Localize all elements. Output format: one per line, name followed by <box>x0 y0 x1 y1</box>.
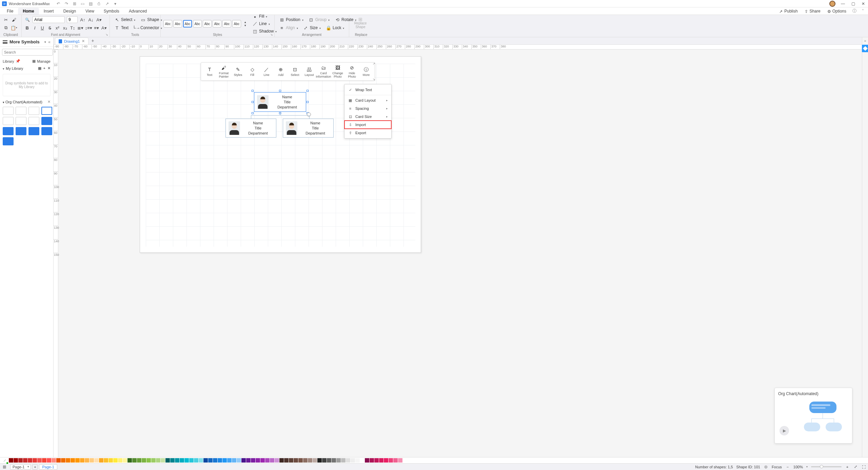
color-swatch[interactable] <box>127 458 132 463</box>
user-avatar[interactable] <box>829 1 835 7</box>
pages-list-icon[interactable]: ▥ <box>2 465 7 469</box>
pin-icon[interactable]: 📌 <box>16 59 20 63</box>
color-swatch[interactable] <box>393 458 398 463</box>
style-swatch[interactable]: Abc <box>222 20 231 27</box>
color-swatch[interactable] <box>256 458 260 463</box>
color-swatch[interactable] <box>104 458 108 463</box>
color-swatch[interactable] <box>270 458 274 463</box>
symbols-menu-icon[interactable] <box>3 40 7 44</box>
menu-insert[interactable]: Insert <box>39 8 59 15</box>
add-tab-button[interactable]: + <box>88 37 97 44</box>
color-swatch[interactable] <box>332 458 336 463</box>
bullets-icon[interactable]: ≣▾ <box>77 25 83 31</box>
zoom-slider[interactable] <box>811 466 842 467</box>
my-library-add-icon[interactable]: + <box>43 66 45 70</box>
color-swatch[interactable] <box>346 458 350 463</box>
undo-icon[interactable]: ↶ <box>56 1 61 6</box>
color-swatch[interactable] <box>189 458 194 463</box>
color-swatch[interactable] <box>294 458 298 463</box>
search-input[interactable] <box>2 49 53 56</box>
color-swatch[interactable] <box>161 458 165 463</box>
color-swatch[interactable] <box>118 458 122 463</box>
color-swatch[interactable] <box>9 458 13 463</box>
color-swatch[interactable] <box>341 458 346 463</box>
color-swatch[interactable] <box>33 458 37 463</box>
ctx-add-button[interactable]: ⊕Add <box>274 64 287 79</box>
align-text-icon[interactable]: ≡▾ <box>94 25 99 31</box>
ctx-fill-button[interactable]: ◇Fill <box>246 64 259 79</box>
color-swatch[interactable] <box>213 458 217 463</box>
share-button[interactable]: ⇪Share <box>802 8 823 14</box>
color-swatch[interactable] <box>61 458 65 463</box>
new-icon[interactable]: ⊞ <box>72 1 77 6</box>
color-swatch[interactable] <box>194 458 198 463</box>
color-swatch[interactable] <box>146 458 151 463</box>
symbol-thumb[interactable] <box>16 127 26 135</box>
color-swatch[interactable] <box>137 458 141 463</box>
ctx-hide-photo-button[interactable]: ⊘Hide Photo <box>346 64 358 79</box>
fullscreen-icon[interactable]: ⛶ <box>861 465 866 469</box>
close-window-icon[interactable]: ✕ <box>861 1 866 6</box>
color-swatch[interactable] <box>184 458 189 463</box>
color-swatch[interactable] <box>52 458 56 463</box>
color-swatch[interactable] <box>37 458 42 463</box>
line-button[interactable]: ／Line <box>251 20 278 27</box>
eyedropper-icon[interactable]: ⟋ <box>2 458 7 463</box>
color-swatch[interactable] <box>308 458 312 463</box>
export-menu-icon[interactable]: ↗ <box>105 1 110 6</box>
symbol-thumb[interactable] <box>16 117 26 125</box>
redo-icon[interactable]: ↷ <box>64 1 69 6</box>
color-swatch[interactable] <box>94 458 99 463</box>
color-swatch[interactable] <box>327 458 331 463</box>
ctx-toolbar-close-icon[interactable]: ↗ <box>373 62 375 65</box>
menu-export[interactable]: ⇧Export <box>344 129 391 137</box>
lock-button[interactable]: 🔒Lock <box>324 24 346 32</box>
text-tool-button[interactable]: TText <box>113 24 130 32</box>
color-swatch[interactable] <box>355 458 360 463</box>
position-button[interactable]: ⊞Position <box>277 16 305 23</box>
options-button[interactable]: ⚙Options <box>825 8 849 14</box>
color-swatch[interactable] <box>151 458 156 463</box>
color-swatch[interactable] <box>203 458 208 463</box>
color-swatch[interactable] <box>317 458 322 463</box>
font-name-input[interactable] <box>33 16 65 23</box>
menu-home[interactable]: Home <box>18 8 39 15</box>
ctx-more-button[interactable]: ⓘMore <box>360 64 373 79</box>
color-swatch[interactable] <box>165 458 170 463</box>
color-swatch[interactable] <box>85 458 89 463</box>
save-icon[interactable]: ▤ <box>88 1 93 6</box>
superscript-icon[interactable]: x² <box>55 25 60 31</box>
ctx-styles-button[interactable]: ✎Styles <box>232 64 244 79</box>
color-swatch[interactable] <box>237 458 241 463</box>
ctx-change-photo-button[interactable]: 🖼Change Photo <box>331 64 344 79</box>
color-swatch[interactable] <box>260 458 265 463</box>
italic-icon[interactable]: I <box>32 25 37 31</box>
fill-button[interactable]: ⬥Fill <box>251 13 278 20</box>
maximize-icon[interactable]: ▢ <box>850 1 856 6</box>
color-swatch[interactable] <box>66 458 70 463</box>
symbol-thumb[interactable] <box>28 117 39 125</box>
preview-play-button[interactable]: ▶ <box>780 426 789 435</box>
symbol-thumb[interactable] <box>41 117 52 125</box>
style-swatch[interactable]: Abc <box>193 20 202 27</box>
style-swatch[interactable]: Abc <box>213 20 221 27</box>
ctx-format-painter-button[interactable]: 🖌Format Painter <box>217 64 230 79</box>
color-swatch[interactable] <box>23 458 27 463</box>
menu-spacing[interactable]: ≡Spacing▸ <box>344 104 391 113</box>
collapse-ribbon-icon[interactable]: ˄ <box>860 9 866 14</box>
publish-button[interactable]: ↗Publish <box>776 8 800 14</box>
font-size-input[interactable] <box>67 16 78 23</box>
menu-card-layout[interactable]: ▦Card Layout▸ <box>344 96 391 104</box>
library-link[interactable]: Library 📌 <box>3 59 20 63</box>
color-swatch[interactable] <box>208 458 213 463</box>
expand-right-panel-icon[interactable]: » <box>864 39 866 43</box>
color-swatch[interactable] <box>275 458 279 463</box>
style-swatch[interactable]: Abc <box>183 20 192 27</box>
color-swatch[interactable] <box>175 458 179 463</box>
menu-design[interactable]: Design <box>59 8 81 15</box>
page-tab[interactable]: Page-1 <box>39 464 57 470</box>
zoom-in-icon[interactable]: + <box>845 465 850 469</box>
styles-more-icon[interactable]: ▴▾ <box>242 21 248 27</box>
format-painter-icon[interactable]: 🖌 <box>11 17 17 23</box>
collapse-left-panel-icon[interactable]: « <box>48 40 51 44</box>
